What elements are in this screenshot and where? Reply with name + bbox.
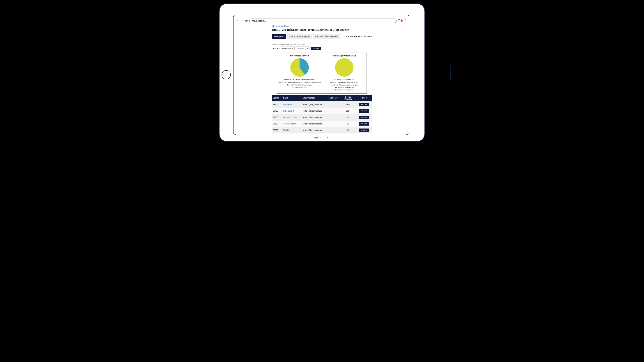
cell-remove: REMOVE bbox=[356, 101, 372, 108]
chart-passed: Percentage Passed Exam The exam pass mar… bbox=[322, 55, 366, 91]
import-status: Import Status: 5 of 5 used bbox=[346, 35, 372, 37]
pager-page-select[interactable]: 1 bbox=[319, 136, 325, 139]
table-row: 29766Victoria Dootsontester2@bregroup.co… bbox=[272, 114, 372, 121]
cell-name: Craig Bennett bbox=[282, 108, 302, 114]
cell-company bbox=[328, 108, 340, 114]
browser-record-icon[interactable] bbox=[400, 19, 402, 22]
tablet-side-indicator bbox=[450, 65, 451, 81]
delegate-name-link[interactable]: Craig Bennett bbox=[283, 110, 294, 112]
cell-name: Matt Hale bbox=[282, 127, 302, 133]
tab-bar: Delegates Bulk Import Delegates Add Indi… bbox=[272, 34, 372, 39]
cell-remove: REMOVE bbox=[356, 114, 372, 121]
url-input[interactable]: https://bre.ac/ bbox=[249, 18, 396, 23]
import-status-label: Import Status bbox=[346, 35, 360, 37]
th-progress: Course Progress bbox=[340, 95, 356, 101]
chart-caption: The average score is 0%. bbox=[322, 86, 366, 89]
chart-caption: The exam pass mark is 0%. bbox=[322, 78, 366, 81]
table-row: 29768Craig Bennetttester4@bregroup.com10… bbox=[272, 108, 372, 114]
table-row: 29765Denise Belltester1@bregroup.com50%R… bbox=[272, 101, 372, 108]
pager-total: 1 bbox=[329, 136, 330, 138]
cell-progress: 100% bbox=[340, 108, 356, 114]
table-row: 29767Matt Haletester3@bregroup.com0%REMO… bbox=[272, 127, 372, 133]
chart-started: Percentage Started 2 users out of 5 have… bbox=[277, 55, 322, 91]
manage-delegates-subhead: Manage imported delegates for this cours… bbox=[272, 43, 372, 45]
cell-user-id: 29768 bbox=[272, 108, 282, 114]
chart-caption: 2 users out of 5 have started the course… bbox=[277, 78, 322, 81]
pie-chart-passed bbox=[335, 58, 354, 77]
chart-caption: 0 out of 5 users have taken an exam. bbox=[322, 81, 366, 84]
cell-user-id: 29766 bbox=[272, 114, 282, 121]
chart-started-captions: 2 users out of 5 have started the course… bbox=[277, 78, 322, 89]
cell-email: tester2@bregroup.com bbox=[302, 114, 328, 121]
back-button[interactable]: ← bbox=[236, 19, 240, 23]
update-button[interactable]: UPDATE bbox=[311, 47, 321, 50]
pager-of-label: of bbox=[326, 136, 328, 138]
th-name: Name bbox=[282, 95, 302, 101]
cell-remove: REMOVE bbox=[356, 127, 372, 133]
cell-user-id: 29765 bbox=[272, 101, 282, 108]
cell-email: tester5@bregroup.com bbox=[302, 121, 328, 127]
delegate-name-link[interactable]: Cormac Freehill bbox=[283, 123, 296, 125]
remove-button[interactable]: REMOVE bbox=[359, 122, 369, 126]
cell-progress: 50% bbox=[340, 101, 356, 108]
chart-caption: 3 haven't started the course yet. bbox=[277, 84, 322, 86]
cell-email: tester4@bregroup.com bbox=[302, 108, 328, 114]
cell-email: tester1@bregroup.com bbox=[302, 101, 328, 108]
cell-company bbox=[328, 127, 340, 133]
tablet-side-dot bbox=[450, 83, 451, 84]
chart-caption: 0 of those 0 have passed an exam. bbox=[322, 84, 366, 86]
th-remove: Remove bbox=[356, 95, 372, 101]
th-company: Company bbox=[328, 95, 340, 101]
pie-chart-started bbox=[290, 58, 309, 77]
remove-button[interactable]: REMOVE bbox=[359, 128, 369, 132]
cell-progress: 0% bbox=[340, 114, 356, 121]
tab-add-individual[interactable]: Add Individual Delegate bbox=[313, 34, 340, 39]
email-non-starters-link[interactable]: Email non-starters bbox=[292, 86, 306, 88]
cell-user-id: 29767 bbox=[272, 127, 282, 133]
pager: Page 1 of 1 bbox=[272, 136, 372, 139]
import-status-value: : 5 of 5 used bbox=[360, 35, 372, 37]
browser-toolbar: ← → ⟳ https://bre.ac/ bbox=[236, 17, 406, 24]
chart-passed-captions: The exam pass mark is 0%. 0 out of 5 use… bbox=[322, 78, 366, 91]
cell-remove: REMOVE bbox=[356, 108, 372, 114]
remove-button[interactable]: REMOVE bbox=[359, 116, 369, 119]
charts-panel: Percentage Started 2 users out of 5 have… bbox=[277, 52, 367, 94]
cell-progress: 0% bbox=[340, 121, 356, 127]
delegate-name-link[interactable]: Matt Hale bbox=[283, 129, 291, 131]
page-body: « Return to dashboard BREEAM Infrastruct… bbox=[236, 23, 406, 141]
cell-company bbox=[328, 121, 340, 127]
chart-started-title: Percentage Started bbox=[277, 55, 322, 57]
cell-company bbox=[328, 101, 340, 108]
chart-caption: 75% is the average progress of those who… bbox=[277, 81, 322, 84]
cell-progress: 0% bbox=[340, 127, 356, 133]
order-by-label: Order By bbox=[272, 47, 280, 50]
tab-bulk-import[interactable]: Bulk Import Delegates bbox=[287, 34, 312, 39]
page-title: BREEAM Infrastructure Term Contracts top… bbox=[272, 28, 372, 32]
remove-button[interactable]: REMOVE bbox=[359, 109, 369, 113]
cell-remove: REMOVE bbox=[356, 121, 372, 127]
email-non-exam-takers-link[interactable]: Email non-exam takers bbox=[335, 89, 353, 91]
chart-passed-title: Percentage Passed Exam bbox=[322, 55, 366, 57]
return-to-dashboard-link[interactable]: « Return to dashboard bbox=[272, 25, 290, 27]
th-email: Email Address bbox=[302, 95, 328, 101]
order-by-row: Order By Last Name Ascending UPDATE bbox=[272, 46, 372, 50]
sort-direction-select[interactable]: Ascending bbox=[296, 46, 310, 50]
cell-company bbox=[328, 114, 340, 121]
forward-button[interactable]: → bbox=[240, 19, 244, 23]
delegate-name-link[interactable]: Victoria Dootson bbox=[283, 116, 296, 118]
refresh-button[interactable]: ⟳ bbox=[245, 19, 248, 23]
th-user-id: User Id bbox=[272, 95, 282, 101]
tab-delegates[interactable]: Delegates bbox=[272, 34, 286, 39]
tablet-home-button[interactable] bbox=[222, 70, 231, 79]
pager-page-label: Page bbox=[314, 136, 318, 138]
browser-menu-button[interactable] bbox=[404, 19, 407, 23]
remove-button[interactable]: REMOVE bbox=[359, 103, 369, 106]
cell-name: Denise Bell bbox=[282, 101, 302, 108]
sort-field-select[interactable]: Last Name bbox=[281, 46, 294, 50]
table-row: 29769Cormac Freehilltester5@bregroup.com… bbox=[272, 121, 372, 127]
cell-name: Cormac Freehill bbox=[282, 121, 302, 127]
cell-name: Victoria Dootson bbox=[282, 114, 302, 121]
browser-badge-square-icon[interactable] bbox=[398, 19, 400, 22]
delegate-name-link[interactable]: Denise Bell bbox=[283, 103, 292, 105]
cell-user-id: 29769 bbox=[272, 121, 282, 127]
